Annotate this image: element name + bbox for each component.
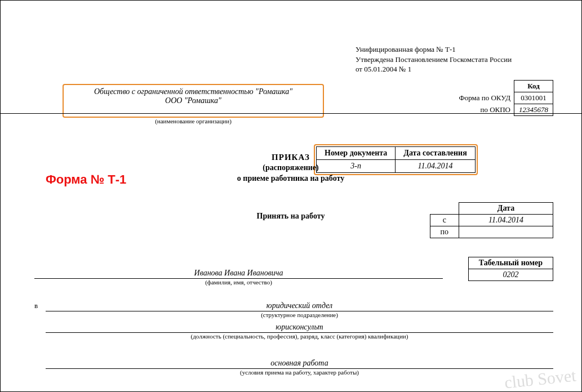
tabel-value: 0202 — [468, 269, 553, 281]
form-header: Унифицированная форма № Т-1 Утверждена П… — [356, 44, 512, 74]
title-block: ПРИКАЗ (распоряжение) о приеме работника… — [170, 152, 412, 184]
form-header-line2: Утверждена Постановлением Госкомстата Ро… — [356, 55, 512, 65]
okpo-value: 12345678 — [514, 104, 553, 116]
okud-value: 0301001 — [514, 92, 553, 104]
organization-box: Общество с ограниченной ответственностью… — [63, 84, 324, 118]
codes-table: Код Форма по ОКУД 0301001 по ОКПО 123456… — [455, 80, 554, 116]
okud-label: Форма по ОКУД — [455, 92, 514, 104]
top-divider — [1, 113, 581, 114]
form-header-line3: от 05.01.2004 № 1 — [356, 64, 512, 74]
date-from-value: 11.04.2014 — [459, 215, 553, 226]
position-line: юрисконсульт — [46, 323, 553, 333]
codes-kod-header: Код — [514, 81, 553, 92]
accept-label: Принять на работу — [170, 212, 412, 221]
date-to-value — [459, 226, 553, 238]
organization-caption: (наименование организации) — [63, 118, 324, 124]
organization-full: Общество с ограниченной ответственностью… — [64, 87, 323, 96]
date-from-label: с — [430, 215, 459, 226]
tabel-table: Табельный номер 0202 — [468, 257, 553, 281]
dates-header: Дата — [459, 203, 553, 215]
worktype-caption: (условия приема на работу, характер рабо… — [46, 369, 553, 376]
title-rasp: (распоряжение) — [170, 163, 412, 173]
annotation-overlay: Форма № Т-1 — [46, 172, 126, 187]
title-prikaz: ПРИКАЗ — [170, 152, 412, 163]
tabel-header: Табельный номер — [468, 257, 553, 269]
okpo-label: по ОКПО — [455, 104, 514, 116]
worktype-line: основная работа — [46, 359, 553, 369]
dept-line: юридический отдел — [46, 301, 553, 311]
position-caption: (должность (специальность, профессия), р… — [46, 333, 553, 340]
fio-caption: (фамилия, имя, отчество) — [34, 279, 443, 286]
date-to-label: по — [430, 226, 459, 238]
dept-caption: (структурное подразделение) — [46, 311, 553, 318]
fio-line: Иванова Ивана Ивановича — [34, 269, 443, 279]
title-about: о приеме работника на работу — [170, 173, 412, 184]
document-page: Унифицированная форма № Т-1 Утверждена П… — [0, 0, 582, 392]
dates-table: Дата с 11.04.2014 по — [430, 202, 554, 238]
organization-short: ООО "Ромашка" — [64, 96, 323, 105]
v-label: в — [34, 301, 38, 310]
form-header-line1: Унифицированная форма № Т-1 — [356, 44, 512, 55]
